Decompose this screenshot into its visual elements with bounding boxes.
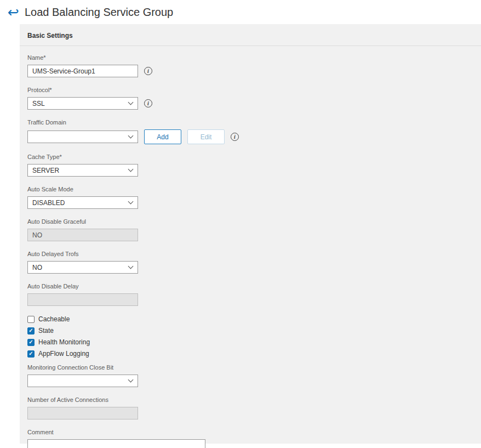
chevron-down-icon — [128, 199, 134, 205]
monitoring-connection-close-bit-label: Monitoring Connection Close Bit — [27, 364, 473, 371]
state-checkbox-row[interactable]: State — [27, 327, 473, 334]
monitoring-connection-close-bit-select[interactable] — [27, 375, 138, 387]
number-of-active-connections-input — [27, 407, 138, 419]
protocol-field: Protocol* SSL i — [27, 87, 473, 110]
cacheable-checkbox-row[interactable]: Cacheable — [27, 315, 473, 323]
panel-title: Basic Settings — [20, 24, 481, 46]
checkbox-section: Cacheable State Health Monitoring AppFlo… — [27, 315, 473, 358]
cache-type-select[interactable]: SERVER — [27, 164, 138, 177]
comment-textarea[interactable] — [27, 439, 205, 448]
number-of-active-connections-field: Number of Active Connections — [27, 396, 473, 419]
protocol-select[interactable]: SSL — [27, 97, 138, 110]
edit-button[interactable]: Edit — [187, 129, 225, 144]
auto-disable-delay-input — [27, 293, 138, 306]
chevron-down-icon — [128, 264, 134, 269]
auto-disable-delay-field: Auto Disable Delay — [27, 283, 473, 306]
info-icon[interactable]: i — [144, 67, 152, 75]
info-icon[interactable]: i — [231, 133, 239, 141]
state-label: State — [38, 327, 54, 334]
auto-scale-mode-select[interactable]: DISABLED — [27, 196, 138, 209]
cache-type-label: Cache Type* — [27, 154, 473, 160]
auto-delayed-trofs-field: Auto Delayed Trofs NO — [27, 251, 473, 274]
health-monitoring-label: Health Monitoring — [38, 338, 90, 346]
appflow-logging-label: AppFlow Logging — [38, 350, 89, 358]
appflow-logging-checkbox-row[interactable]: AppFlow Logging — [27, 350, 473, 358]
auto-disable-graceful-input: NO — [27, 229, 138, 241]
chevron-down-icon — [128, 167, 134, 172]
number-of-active-connections-label: Number of Active Connections — [27, 396, 473, 403]
name-label: Name* — [27, 54, 473, 61]
panel-body: Name* i Protocol* SSL i Traffic Domain — [20, 46, 481, 448]
auto-delayed-trofs-label: Auto Delayed Trofs — [27, 251, 473, 257]
comment-field: Comment — [27, 429, 473, 448]
cacheable-label: Cacheable — [38, 315, 70, 323]
auto-scale-mode-label: Auto Scale Mode — [27, 186, 473, 192]
page-header: ↩ Load Balancing Service Group — [0, 0, 481, 24]
add-button[interactable]: Add — [144, 129, 181, 144]
health-monitoring-checkbox-row[interactable]: Health Monitoring — [27, 338, 473, 346]
traffic-domain-select[interactable] — [27, 131, 138, 143]
cache-type-field: Cache Type* SERVER — [27, 154, 473, 177]
appflow-logging-checkbox[interactable] — [27, 350, 35, 358]
auto-scale-mode-field: Auto Scale Mode DISABLED — [27, 186, 473, 209]
comment-label: Comment — [27, 429, 473, 435]
name-input[interactable] — [27, 65, 138, 77]
chevron-down-icon — [128, 100, 134, 105]
auto-disable-delay-label: Auto Disable Delay — [27, 283, 473, 290]
chevron-down-icon — [128, 133, 134, 139]
chevron-down-icon — [128, 377, 134, 383]
info-icon[interactable]: i — [144, 99, 152, 107]
auto-disable-graceful-label: Auto Disable Graceful — [27, 218, 473, 225]
back-arrow-icon[interactable]: ↩ — [8, 5, 19, 19]
protocol-label: Protocol* — [27, 87, 473, 93]
auto-disable-graceful-field: Auto Disable Graceful NO — [27, 218, 473, 241]
health-monitoring-checkbox[interactable] — [27, 339, 35, 346]
traffic-domain-field: Traffic Domain Add Edit i — [27, 119, 473, 144]
basic-settings-panel: Basic Settings Name* i Protocol* SSL i T… — [20, 24, 481, 444]
page-title: Load Balancing Service Group — [25, 6, 173, 19]
auto-delayed-trofs-select[interactable]: NO — [27, 261, 138, 274]
cacheable-checkbox[interactable] — [27, 316, 35, 323]
monitoring-connection-close-bit-field: Monitoring Connection Close Bit — [27, 364, 473, 387]
name-field: Name* i — [27, 54, 473, 77]
traffic-domain-label: Traffic Domain — [27, 119, 473, 126]
state-checkbox[interactable] — [27, 327, 35, 334]
